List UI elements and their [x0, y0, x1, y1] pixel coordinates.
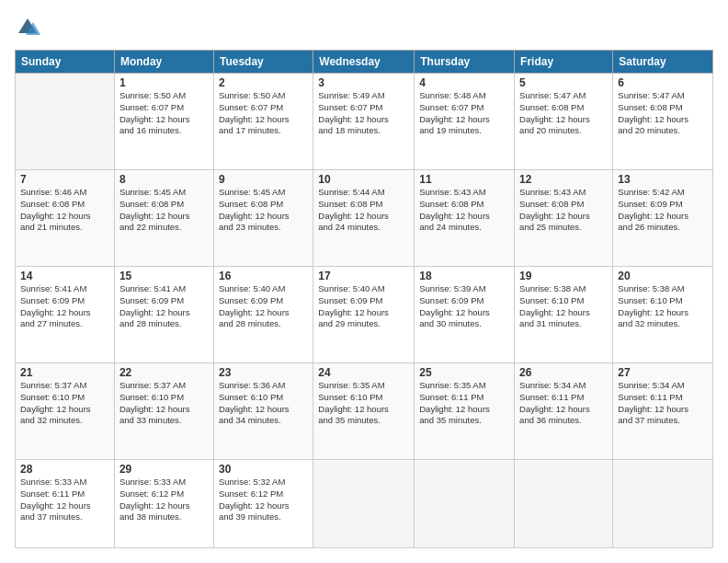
day-number: 9 [219, 173, 308, 186]
week-row-1: 1Sunrise: 5:50 AM Sunset: 6:07 PM Daylig… [16, 74, 713, 170]
week-row-4: 21Sunrise: 5:37 AM Sunset: 6:10 PM Dayli… [16, 362, 713, 459]
calendar-cell: 27Sunrise: 5:34 AM Sunset: 6:11 PM Dayli… [613, 362, 713, 459]
calendar-cell: 26Sunrise: 5:34 AM Sunset: 6:11 PM Dayli… [515, 362, 613, 459]
day-info: Sunrise: 5:33 AM Sunset: 6:12 PM Dayligh… [119, 477, 209, 523]
day-number: 23 [219, 366, 308, 379]
day-number: 25 [419, 366, 509, 379]
calendar-cell: 3Sunrise: 5:49 AM Sunset: 6:07 PM Daylig… [313, 74, 415, 170]
calendar-cell: 24Sunrise: 5:35 AM Sunset: 6:10 PM Dayli… [313, 362, 415, 459]
day-number: 1 [119, 76, 209, 89]
day-number: 27 [618, 366, 708, 379]
logo-icon [15, 15, 40, 40]
calendar-cell: 30Sunrise: 5:32 AM Sunset: 6:12 PM Dayli… [213, 459, 313, 547]
day-number: 30 [219, 463, 308, 476]
day-info: Sunrise: 5:50 AM Sunset: 6:07 PM Dayligh… [119, 90, 209, 137]
day-number: 28 [20, 463, 109, 476]
calendar-cell: 6Sunrise: 5:47 AM Sunset: 6:08 PM Daylig… [613, 74, 713, 170]
day-info: Sunrise: 5:48 AM Sunset: 6:07 PM Dayligh… [419, 90, 509, 137]
day-info: Sunrise: 5:42 AM Sunset: 6:09 PM Dayligh… [618, 187, 708, 234]
calendar-table: SundayMondayTuesdayWednesdayThursdayFrid… [15, 50, 713, 548]
calendar-cell: 14Sunrise: 5:41 AM Sunset: 6:09 PM Dayli… [16, 266, 115, 362]
header [15, 15, 713, 40]
day-number: 5 [519, 76, 608, 89]
day-info: Sunrise: 5:34 AM Sunset: 6:11 PM Dayligh… [519, 380, 608, 427]
weekday-thursday: Thursday [415, 51, 515, 74]
calendar-cell: 9Sunrise: 5:45 AM Sunset: 6:08 PM Daylig… [213, 169, 313, 266]
calendar-cell [16, 74, 115, 170]
day-number: 24 [318, 366, 409, 379]
day-number: 13 [618, 173, 708, 186]
weekday-wednesday: Wednesday [313, 51, 415, 74]
day-number: 19 [519, 270, 608, 282]
calendar-cell: 12Sunrise: 5:43 AM Sunset: 6:08 PM Dayli… [515, 169, 613, 266]
calendar-page: SundayMondayTuesdayWednesdayThursdayFrid… [0, 0, 728, 563]
day-number: 22 [119, 366, 209, 379]
day-info: Sunrise: 5:45 AM Sunset: 6:08 PM Dayligh… [119, 187, 209, 234]
day-info: Sunrise: 5:47 AM Sunset: 6:08 PM Dayligh… [519, 90, 608, 137]
logo [15, 15, 44, 40]
calendar-cell: 20Sunrise: 5:38 AM Sunset: 6:10 PM Dayli… [613, 266, 713, 362]
calendar-cell: 4Sunrise: 5:48 AM Sunset: 6:07 PM Daylig… [415, 74, 515, 170]
day-info: Sunrise: 5:38 AM Sunset: 6:10 PM Dayligh… [618, 283, 708, 330]
calendar-cell: 16Sunrise: 5:40 AM Sunset: 6:09 PM Dayli… [213, 266, 313, 362]
day-number: 12 [519, 173, 608, 186]
day-info: Sunrise: 5:37 AM Sunset: 6:10 PM Dayligh… [119, 380, 209, 427]
weekday-sunday: Sunday [16, 51, 115, 74]
day-number: 10 [318, 173, 409, 186]
week-row-5: 28Sunrise: 5:33 AM Sunset: 6:11 PM Dayli… [16, 459, 713, 547]
day-number: 4 [419, 76, 509, 89]
day-number: 21 [20, 366, 109, 379]
calendar-cell: 11Sunrise: 5:43 AM Sunset: 6:08 PM Dayli… [415, 169, 515, 266]
calendar-cell [613, 459, 713, 547]
day-info: Sunrise: 5:43 AM Sunset: 6:08 PM Dayligh… [419, 187, 509, 234]
day-info: Sunrise: 5:43 AM Sunset: 6:08 PM Dayligh… [519, 187, 608, 234]
weekday-tuesday: Tuesday [213, 51, 313, 74]
calendar-cell: 19Sunrise: 5:38 AM Sunset: 6:10 PM Dayli… [515, 266, 613, 362]
day-number: 20 [618, 270, 708, 282]
day-info: Sunrise: 5:46 AM Sunset: 6:08 PM Dayligh… [20, 187, 109, 234]
day-info: Sunrise: 5:38 AM Sunset: 6:10 PM Dayligh… [519, 283, 608, 330]
day-number: 11 [419, 173, 509, 186]
day-info: Sunrise: 5:41 AM Sunset: 6:09 PM Dayligh… [119, 283, 209, 330]
week-row-2: 7Sunrise: 5:46 AM Sunset: 6:08 PM Daylig… [16, 169, 713, 266]
weekday-saturday: Saturday [613, 51, 713, 74]
day-info: Sunrise: 5:35 AM Sunset: 6:10 PM Dayligh… [318, 380, 409, 427]
calendar-cell [415, 459, 515, 547]
day-info: Sunrise: 5:33 AM Sunset: 6:11 PM Dayligh… [20, 477, 109, 523]
calendar-cell: 22Sunrise: 5:37 AM Sunset: 6:10 PM Dayli… [114, 362, 213, 459]
day-info: Sunrise: 5:41 AM Sunset: 6:09 PM Dayligh… [20, 283, 109, 330]
calendar-cell: 13Sunrise: 5:42 AM Sunset: 6:09 PM Dayli… [613, 169, 713, 266]
day-number: 3 [318, 76, 409, 89]
calendar-cell: 2Sunrise: 5:50 AM Sunset: 6:07 PM Daylig… [213, 74, 313, 170]
day-info: Sunrise: 5:36 AM Sunset: 6:10 PM Dayligh… [219, 380, 308, 427]
day-info: Sunrise: 5:34 AM Sunset: 6:11 PM Dayligh… [618, 380, 708, 427]
calendar-cell: 5Sunrise: 5:47 AM Sunset: 6:08 PM Daylig… [515, 74, 613, 170]
day-info: Sunrise: 5:40 AM Sunset: 6:09 PM Dayligh… [219, 283, 308, 330]
day-number: 7 [20, 173, 109, 186]
day-info: Sunrise: 5:40 AM Sunset: 6:09 PM Dayligh… [318, 283, 409, 330]
day-info: Sunrise: 5:45 AM Sunset: 6:08 PM Dayligh… [219, 187, 308, 234]
calendar-cell: 10Sunrise: 5:44 AM Sunset: 6:08 PM Dayli… [313, 169, 415, 266]
calendar-cell: 23Sunrise: 5:36 AM Sunset: 6:10 PM Dayli… [213, 362, 313, 459]
day-number: 17 [318, 270, 409, 282]
day-number: 14 [20, 270, 109, 282]
day-number: 26 [519, 366, 608, 379]
calendar-cell: 15Sunrise: 5:41 AM Sunset: 6:09 PM Dayli… [114, 266, 213, 362]
week-row-3: 14Sunrise: 5:41 AM Sunset: 6:09 PM Dayli… [16, 266, 713, 362]
day-info: Sunrise: 5:35 AM Sunset: 6:11 PM Dayligh… [419, 380, 509, 427]
weekday-friday: Friday [515, 51, 613, 74]
calendar-cell [515, 459, 613, 547]
weekday-monday: Monday [114, 51, 213, 74]
calendar-cell: 8Sunrise: 5:45 AM Sunset: 6:08 PM Daylig… [114, 169, 213, 266]
day-number: 2 [219, 76, 308, 89]
day-number: 18 [419, 270, 509, 282]
calendar-cell: 21Sunrise: 5:37 AM Sunset: 6:10 PM Dayli… [16, 362, 115, 459]
calendar-cell: 29Sunrise: 5:33 AM Sunset: 6:12 PM Dayli… [114, 459, 213, 547]
calendar-cell: 17Sunrise: 5:40 AM Sunset: 6:09 PM Dayli… [313, 266, 415, 362]
day-info: Sunrise: 5:47 AM Sunset: 6:08 PM Dayligh… [618, 90, 708, 137]
calendar-cell: 18Sunrise: 5:39 AM Sunset: 6:09 PM Dayli… [415, 266, 515, 362]
day-number: 8 [119, 173, 209, 186]
calendar-cell: 28Sunrise: 5:33 AM Sunset: 6:11 PM Dayli… [16, 459, 115, 547]
day-number: 16 [219, 270, 308, 282]
calendar-cell: 25Sunrise: 5:35 AM Sunset: 6:11 PM Dayli… [415, 362, 515, 459]
